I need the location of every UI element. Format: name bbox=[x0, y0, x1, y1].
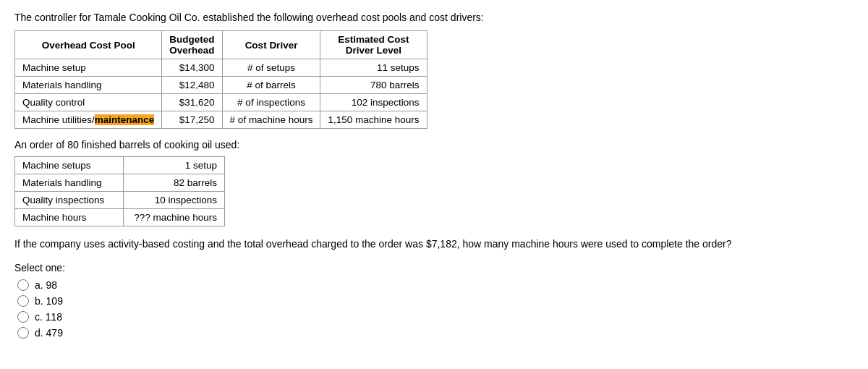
overhead-cell-1: $12,480 bbox=[162, 77, 222, 94]
overhead-cell-2: $31,620 bbox=[162, 94, 222, 111]
radio-a[interactable] bbox=[17, 279, 29, 291]
highlight-maintenance: maintenance bbox=[95, 114, 155, 125]
order-value-3: ??? machine hours bbox=[124, 209, 225, 226]
option-c: c. 118 bbox=[17, 311, 854, 323]
pool-cell-3: Machine utilities/maintenance bbox=[15, 111, 162, 129]
order-item-2: Quality inspections bbox=[15, 192, 124, 209]
overhead-cell-3: $17,250 bbox=[162, 111, 222, 129]
option-b: b. 109 bbox=[17, 295, 854, 307]
col3-header: Cost Driver bbox=[222, 31, 320, 59]
order-value-2: 10 inspections bbox=[124, 192, 225, 209]
order-item-3: Machine hours bbox=[15, 209, 124, 226]
pool-cell-1: Materials handling bbox=[15, 77, 162, 94]
option-label-d: d. 479 bbox=[35, 327, 63, 339]
radio-d[interactable] bbox=[17, 327, 29, 339]
order-value-0: 1 setup bbox=[124, 157, 225, 174]
driver-cell-0: # of setups bbox=[222, 59, 320, 77]
overhead-cell-0: $14,300 bbox=[162, 59, 222, 77]
order-section-label: An order of 80 finished barrels of cooki… bbox=[14, 139, 854, 150]
order-item-0: Machine setups bbox=[15, 157, 124, 174]
option-label-b: b. 109 bbox=[35, 295, 63, 307]
driver-cell-2: # of inspections bbox=[222, 94, 320, 111]
order-value-1: 82 barrels bbox=[124, 174, 225, 192]
option-label-c: c. 118 bbox=[35, 311, 62, 323]
options-container: a. 98b. 109c. 118d. 479 bbox=[17, 279, 854, 339]
level-cell-1: 780 barrels bbox=[320, 77, 427, 94]
order-item-1: Materials handling bbox=[15, 174, 124, 192]
select-one-label: Select one: bbox=[14, 262, 854, 273]
driver-cell-1: # of barrels bbox=[222, 77, 320, 94]
radio-b[interactable] bbox=[17, 295, 29, 307]
level-cell-3: 1,150 machine hours bbox=[320, 111, 427, 129]
option-d: d. 479 bbox=[17, 327, 854, 339]
order-table: Machine setups1 setupMaterials handling8… bbox=[14, 156, 225, 226]
question-text: If the company uses activity-based costi… bbox=[14, 237, 854, 252]
radio-c[interactable] bbox=[17, 311, 29, 323]
level-cell-2: 102 inspections bbox=[320, 94, 427, 111]
driver-cell-3: # of machine hours bbox=[222, 111, 320, 129]
col2-header: Budgeted Overhead bbox=[162, 31, 222, 59]
option-label-a: a. 98 bbox=[35, 279, 57, 291]
pool-cell-0: Machine setup bbox=[15, 59, 162, 77]
option-a: a. 98 bbox=[17, 279, 854, 291]
overhead-table: Overhead Cost Pool Budgeted Overhead Cos… bbox=[14, 30, 427, 129]
intro-text: The controller for Tamale Cooking Oil Co… bbox=[14, 12, 854, 23]
level-cell-0: 11 setups bbox=[320, 59, 427, 77]
col1-header: Overhead Cost Pool bbox=[15, 31, 162, 59]
col4-header: Estimated Cost Driver Level bbox=[320, 31, 427, 59]
pool-cell-2: Quality control bbox=[15, 94, 162, 111]
